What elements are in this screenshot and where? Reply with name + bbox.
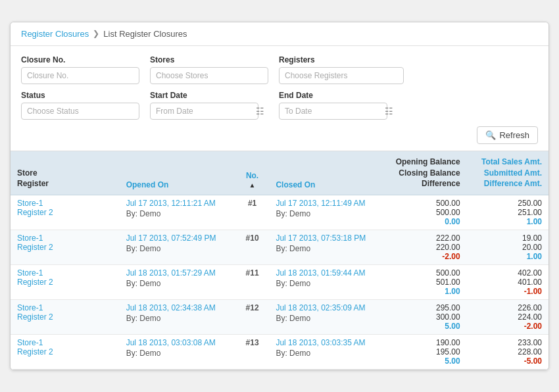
opened-on-link[interactable]: Jul 17 2013, 07:52:49 PM (126, 233, 229, 243)
store-link[interactable]: Store-1 (17, 199, 113, 208)
submitted-amt: 228.00 (474, 347, 542, 356)
register-link[interactable]: Register 2 (17, 347, 113, 356)
opened-on-link[interactable]: Jul 18 2013, 01:57:29 AM (126, 268, 229, 278)
filter-row-1: Closure No. Stores Registers (21, 55, 538, 84)
closed-on-link[interactable]: Jul 18 2013, 03:03:35 AM (276, 338, 378, 347)
cell-opened: Jul 17 2013, 12:11:21 AM By: Demo (120, 195, 235, 230)
cell-closed: Jul 17 2013, 07:53:18 PM By: Demo (269, 230, 385, 265)
table-row: Store-1 Register 2 Jul 17 2013, 07:52:49… (11, 230, 548, 265)
cell-store: Store-1 Register 2 (11, 195, 120, 230)
cell-opened: Jul 18 2013, 01:57:29 AM By: Demo (120, 265, 235, 300)
th-closed-on[interactable]: Closed On (269, 151, 385, 195)
closed-on-link[interactable]: Jul 18 2013, 01:59:44 AM (276, 268, 378, 278)
total-sales: 250.00 (474, 199, 542, 208)
registers-input[interactable] (279, 67, 404, 84)
cell-no: #1 (235, 195, 270, 230)
closed-on-link[interactable]: Jul 17 2013, 07:53:18 PM (276, 233, 378, 243)
cell-balance: 295.00 300.00 5.00 (385, 300, 466, 335)
cell-store: Store-1 Register 2 (11, 230, 120, 265)
start-date-input[interactable] (150, 103, 258, 120)
opened-on-link[interactable]: Jul 18 2013, 03:03:08 AM (126, 338, 229, 347)
table-row: Store-1 Register 2 Jul 18 2013, 03:03:08… (11, 335, 548, 370)
sales-difference: -1.00 (474, 287, 542, 296)
closure-number: #1 (248, 199, 256, 208)
filter-actions: 🔍 Refresh (21, 126, 538, 144)
stores-input[interactable] (150, 67, 268, 84)
table-header-row: StoreRegister Opened On No. ▲ Closed On … (11, 151, 548, 195)
cell-closed: Jul 18 2013, 02:35:09 AM By: Demo (269, 300, 385, 335)
closing-balance: 220.00 (391, 243, 460, 252)
start-date-label: Start Date (150, 91, 268, 100)
submitted-amt: 224.00 (474, 312, 542, 322)
refresh-label: Refresh (499, 130, 529, 140)
store-link[interactable]: Store-1 (17, 233, 113, 243)
stores-label: Stores (150, 55, 268, 64)
closed-on-link[interactable]: Jul 18 2013, 02:35:09 AM (276, 303, 378, 312)
closures-table: StoreRegister Opened On No. ▲ Closed On … (11, 151, 548, 370)
table-body: Store-1 Register 2 Jul 17 2013, 12:11:21… (11, 195, 548, 370)
register-link[interactable]: Register 2 (17, 312, 113, 322)
filter-stores-group: Stores (150, 55, 268, 84)
balance-difference: 5.00 (391, 322, 460, 331)
sales-difference: -5.00 (474, 356, 542, 366)
cell-balance: 190.00 195.00 5.00 (385, 335, 466, 370)
refresh-button[interactable]: 🔍 Refresh (477, 126, 538, 144)
sort-icon: ▲ (249, 182, 256, 189)
register-link[interactable]: Register 2 (17, 278, 113, 287)
closed-by: By: Demo (276, 244, 378, 253)
status-label: Status (21, 91, 139, 100)
cell-opened: Jul 17 2013, 07:52:49 PM By: Demo (120, 230, 235, 265)
balance-difference: 0.00 (391, 217, 460, 226)
breadcrumb-link[interactable]: Register Closures (21, 29, 89, 39)
end-date-input[interactable] (279, 103, 387, 120)
start-date-wrap: ☷ (150, 103, 268, 120)
total-sales: 226.00 (474, 303, 542, 312)
cell-store: Store-1 Register 2 (11, 335, 120, 370)
th-no[interactable]: No. ▲ (235, 151, 270, 195)
store-link[interactable]: Store-1 (17, 338, 113, 347)
breadcrumb-separator: ❯ (93, 29, 99, 38)
filter-end-date-group: End Date ☷ (279, 91, 397, 120)
sales-difference: 1.00 (474, 252, 542, 261)
th-opened-on[interactable]: Opened On (120, 151, 235, 195)
cell-no: #10 (235, 230, 270, 265)
filter-section: Closure No. Stores Registers Status Star… (11, 46, 548, 151)
closed-on-link[interactable]: Jul 17 2013, 12:11:49 AM (276, 199, 378, 208)
store-link[interactable]: Store-1 (17, 268, 113, 278)
closed-by: By: Demo (276, 314, 378, 323)
closing-balance: 195.00 (391, 347, 460, 356)
register-link[interactable]: Register 2 (17, 243, 113, 252)
sales-difference: -2.00 (474, 322, 542, 331)
breadcrumb-current: List Register Closures (103, 29, 187, 39)
total-sales: 233.00 (474, 338, 542, 347)
end-date-label: End Date (279, 91, 397, 100)
cell-store: Store-1 Register 2 (11, 265, 120, 300)
opened-by: By: Demo (126, 349, 229, 358)
register-link[interactable]: Register 2 (17, 208, 113, 217)
end-date-wrap: ☷ (279, 103, 397, 120)
closed-by: By: Demo (276, 349, 378, 358)
opened-on-link[interactable]: Jul 18 2013, 02:34:38 AM (126, 303, 229, 312)
cell-sales: 402.00 401.00 -1.00 (467, 265, 548, 300)
cell-sales: 19.00 20.00 1.00 (467, 230, 548, 265)
cell-opened: Jul 18 2013, 03:03:08 AM By: Demo (120, 335, 235, 370)
opening-balance: 222.00 (391, 233, 460, 243)
status-input[interactable] (21, 103, 139, 120)
opening-balance: 190.00 (391, 338, 460, 347)
cell-no: #11 (235, 265, 270, 300)
table-row: Store-1 Register 2 Jul 17 2013, 12:11:21… (11, 195, 548, 230)
opened-on-link[interactable]: Jul 17 2013, 12:11:21 AM (126, 199, 229, 208)
search-icon: 🔍 (485, 130, 496, 140)
closing-balance: 500.00 (391, 208, 460, 217)
closure-no-label: Closure No. (21, 55, 139, 64)
opened-by: By: Demo (126, 244, 229, 253)
th-store-register: StoreRegister (11, 151, 120, 195)
store-link[interactable]: Store-1 (17, 303, 113, 312)
th-balance: Opening BalanceClosing BalanceDifference (385, 151, 466, 195)
closed-by: By: Demo (276, 279, 378, 288)
submitted-amt: 251.00 (474, 208, 542, 217)
filter-closure-group: Closure No. (21, 55, 139, 84)
closure-no-input[interactable] (21, 67, 139, 84)
filter-status-group: Status (21, 91, 139, 120)
opening-balance: 500.00 (391, 268, 460, 278)
